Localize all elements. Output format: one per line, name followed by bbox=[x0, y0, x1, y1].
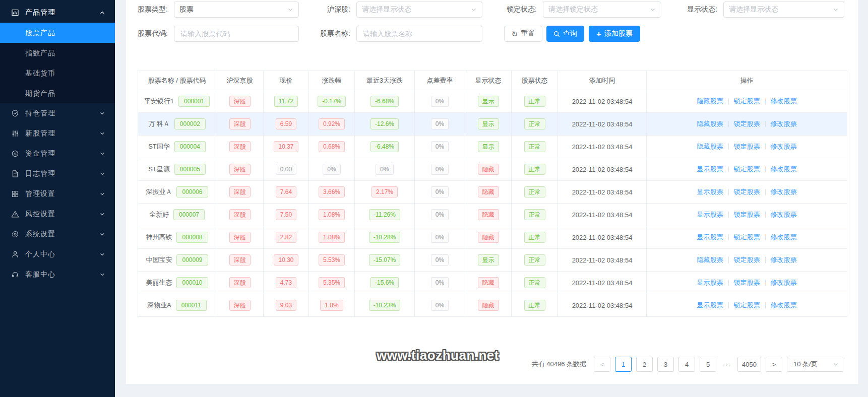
market-cell: 深股 bbox=[216, 113, 264, 136]
action-link[interactable]: 锁定股票 bbox=[734, 256, 760, 263]
action-separator bbox=[765, 302, 766, 308]
chevron-down-icon bbox=[100, 171, 106, 176]
action-separator bbox=[728, 121, 729, 127]
action-link[interactable]: 修改股票 bbox=[771, 301, 797, 309]
sidebar-subitem[interactable]: 指数产品 bbox=[0, 43, 115, 63]
sidebar-item[interactable]: $资金管理 bbox=[0, 144, 115, 164]
action-link[interactable]: 锁定股票 bbox=[734, 143, 760, 150]
actions-cell: 显示股票锁定股票修改股票 bbox=[647, 181, 847, 204]
action-link[interactable]: 修改股票 bbox=[771, 211, 797, 218]
action-link[interactable]: 修改股票 bbox=[771, 279, 797, 286]
spread-rate-cell: 0% bbox=[415, 204, 465, 226]
change-3d-badge: -10.28% bbox=[369, 232, 401, 243]
page-button[interactable]: 5 bbox=[700, 357, 716, 372]
action-link[interactable]: 锁定股票 bbox=[734, 120, 760, 127]
prev-page-button[interactable]: < bbox=[594, 357, 610, 372]
display-status-badge: 隐藏 bbox=[478, 300, 499, 311]
action-link[interactable]: 显示股票 bbox=[697, 211, 723, 218]
action-link[interactable]: 锁定股票 bbox=[734, 97, 760, 105]
price-cell: 9.03 bbox=[264, 294, 309, 317]
action-link[interactable]: 显示股票 bbox=[697, 165, 723, 173]
page-size-select[interactable]: 10 条/页 bbox=[787, 357, 843, 372]
page-button[interactable]: 3 bbox=[657, 357, 674, 372]
page-button[interactable]: 4050 bbox=[737, 357, 761, 372]
change-3d-badge: -6.48% bbox=[370, 141, 399, 152]
change-badge: 3.66% bbox=[319, 186, 345, 197]
market-badge: 深股 bbox=[229, 300, 251, 311]
action-link[interactable]: 锁定股票 bbox=[734, 211, 760, 218]
stock-code-badge: 000004 bbox=[174, 141, 206, 152]
spread-rate-badge: 0% bbox=[431, 164, 449, 175]
sidebar-item[interactable]: 产品管理 bbox=[0, 3, 115, 23]
action-link[interactable]: 锁定股票 bbox=[734, 165, 760, 173]
display-status-label: 显示状态: bbox=[680, 5, 717, 14]
action-link[interactable]: 隐藏股票 bbox=[697, 256, 723, 263]
action-link[interactable]: 显示股票 bbox=[697, 301, 723, 309]
action-link[interactable]: 修改股票 bbox=[771, 188, 797, 195]
action-link[interactable]: 显示股票 bbox=[697, 188, 723, 195]
action-link[interactable]: 修改股票 bbox=[771, 165, 797, 173]
watermark: www.tiaozhuan.net bbox=[377, 348, 499, 363]
sidebar-item[interactable]: 风控设置 bbox=[0, 204, 115, 224]
sidebar-item[interactable]: 新股管理 bbox=[0, 123, 115, 144]
sidebar-item[interactable]: 系统设置 bbox=[0, 224, 115, 244]
display-status-cell: 隐藏 bbox=[465, 181, 512, 204]
stock-status-cell: 正常 bbox=[512, 113, 558, 136]
stock-code-input[interactable] bbox=[174, 26, 299, 42]
sidebar-subitem[interactable]: 期货产品 bbox=[0, 83, 115, 103]
stock-name: 深振业Ａ bbox=[146, 188, 172, 195]
page-button[interactable]: 2 bbox=[636, 357, 653, 372]
hs-market-select[interactable]: 请选择显示状态 bbox=[356, 2, 482, 18]
sidebar-item[interactable]: 管理设置 bbox=[0, 184, 115, 204]
stock-status-cell: 正常 bbox=[512, 294, 558, 317]
stock-type-select[interactable]: 股票 bbox=[174, 2, 299, 18]
reset-button[interactable]: ↻ 重置 bbox=[504, 26, 542, 42]
stock-name-input[interactable] bbox=[356, 26, 482, 42]
action-link[interactable]: 修改股票 bbox=[771, 233, 797, 241]
sidebar-subitem[interactable]: 基础货币 bbox=[0, 63, 115, 83]
display-status-badge: 显示 bbox=[478, 141, 499, 152]
action-link[interactable]: 锁定股票 bbox=[734, 233, 760, 241]
action-link[interactable]: 锁定股票 bbox=[734, 279, 760, 286]
add-time-cell: 2022-11-02 03:48:54 bbox=[558, 113, 647, 136]
action-link[interactable]: 锁定股票 bbox=[734, 188, 760, 195]
sidebar-item[interactable]: 持仓管理 bbox=[0, 103, 115, 123]
action-link[interactable]: 隐藏股票 bbox=[697, 120, 723, 127]
page-button[interactable]: 4 bbox=[678, 357, 695, 372]
add-time-cell: 2022-11-02 03:48:54 bbox=[558, 136, 647, 158]
search-button[interactable]: 查询 bbox=[546, 26, 584, 42]
action-link[interactable]: 显示股票 bbox=[697, 279, 723, 286]
funds-icon: $ bbox=[11, 150, 20, 158]
spread-rate-cell: 0% bbox=[415, 113, 465, 136]
sidebar-item[interactable]: 日志管理 bbox=[0, 164, 115, 184]
spread-rate-badge: 0% bbox=[431, 232, 449, 243]
action-separator bbox=[728, 166, 729, 172]
add-stock-button[interactable]: + 添加股票 bbox=[589, 26, 640, 42]
display-status-cell: 显示 bbox=[465, 249, 512, 272]
column-header: 点差费率 bbox=[415, 71, 465, 90]
sidebar-item[interactable]: 客服中心 bbox=[0, 264, 115, 285]
page-button[interactable]: 1 bbox=[615, 357, 632, 372]
page-ellipsis[interactable]: ··· bbox=[721, 361, 733, 368]
column-header: 最近3天涨跌 bbox=[355, 71, 415, 90]
action-link[interactable]: 修改股票 bbox=[771, 97, 797, 105]
table-row: 深物业A000011深股9.031.8%-10.23%0%隐藏正常2022-11… bbox=[138, 294, 847, 317]
action-link[interactable]: 隐藏股票 bbox=[697, 143, 723, 150]
sidebar-item[interactable]: 个人中心 bbox=[0, 244, 115, 264]
action-link[interactable]: 修改股票 bbox=[771, 120, 797, 127]
action-link[interactable]: 隐藏股票 bbox=[697, 97, 723, 105]
price-cell: 7.50 bbox=[264, 204, 309, 226]
action-link[interactable]: 修改股票 bbox=[771, 143, 797, 150]
action-link[interactable]: 锁定股票 bbox=[734, 301, 760, 309]
action-link[interactable]: 修改股票 bbox=[771, 256, 797, 263]
stock-name: ST国华 bbox=[148, 143, 170, 150]
lock-status-select[interactable]: 请选择锁定状态 bbox=[543, 2, 661, 18]
action-separator bbox=[728, 212, 729, 218]
next-page-button[interactable]: > bbox=[766, 357, 782, 372]
change-badge: 1.8% bbox=[320, 300, 343, 311]
sidebar-subitem[interactable]: 股票产品 bbox=[0, 23, 115, 43]
action-link[interactable]: 显示股票 bbox=[697, 233, 723, 241]
action-separator bbox=[728, 302, 729, 308]
change-3d-badge: -15.07% bbox=[369, 254, 401, 266]
display-status-select[interactable]: 请选择显示状态 bbox=[723, 2, 844, 18]
